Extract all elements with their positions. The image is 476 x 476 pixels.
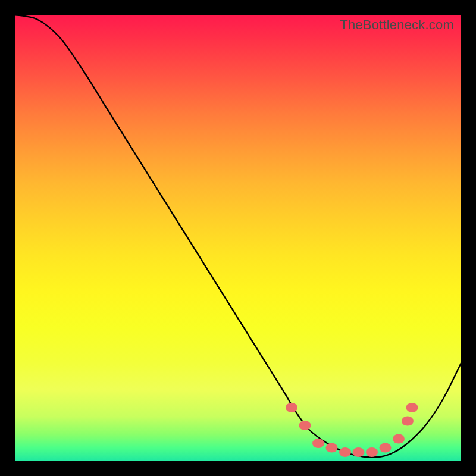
bottleneck-curve (15, 15, 461, 457)
marker-point (366, 447, 378, 457)
chart-frame: TheBottleneck.com (0, 0, 476, 476)
marker-point (326, 443, 338, 453)
marker-point (299, 421, 311, 430)
marker-point (380, 443, 392, 453)
marker-point (406, 403, 418, 412)
watermark-text: TheBottleneck.com (340, 17, 454, 33)
marker-point (353, 447, 365, 457)
marker-point (312, 439, 324, 448)
marker-point (286, 403, 298, 412)
marker-point (339, 447, 351, 457)
marker-point (402, 416, 414, 426)
curve-svg (15, 15, 461, 461)
marker-point (393, 434, 405, 444)
marker-group (286, 403, 418, 457)
plot-area: TheBottleneck.com (15, 15, 461, 461)
